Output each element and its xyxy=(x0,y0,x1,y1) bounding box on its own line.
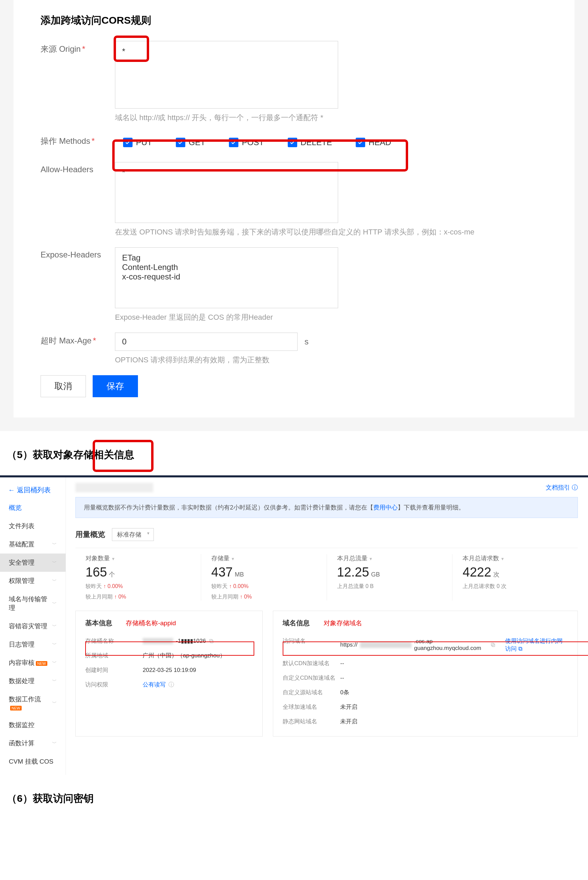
basic-info-red-label: 存储桶名称-appid xyxy=(126,620,176,627)
check-icon xyxy=(123,138,132,147)
info-row: 自定义CDN加速域名-- xyxy=(283,671,568,685)
chevron-down-icon: ﹀ xyxy=(52,578,57,584)
hint-origin: 域名以 http://或 https:// 开头，每行一个，一行最多一个通配符 … xyxy=(115,113,548,123)
domain-info-red-label: 对象存储域名 xyxy=(324,620,362,627)
chevron-down-icon: ﹀ xyxy=(52,660,57,666)
sidebar-item[interactable]: 域名与传输管理﹀ xyxy=(0,590,66,617)
storage-type-select[interactable]: 标准存储 xyxy=(112,528,154,541)
row-allow-headers: Allow-Headers * 在发送 OPTIONS 请求时告知服务端，接下来… xyxy=(40,162,548,237)
sidebar-item[interactable]: CVM 挂载 COS xyxy=(0,752,66,771)
input-origin[interactable]: * xyxy=(115,41,338,108)
save-button[interactable]: 保存 xyxy=(93,375,138,397)
section-6-heading: （6）获取访问密钥 xyxy=(7,792,581,806)
info-row: 全球加速域名未开启 xyxy=(283,699,568,714)
usage-overview-title: 用量概览 xyxy=(75,530,105,540)
input-allow-headers[interactable]: * xyxy=(115,162,338,223)
info-row: 存储桶名称-1▮▮▮▮1026 xyxy=(85,634,253,648)
back-to-buckets[interactable]: ← 返回桶列表 xyxy=(0,481,66,499)
checkbox-head[interactable]: HEAD xyxy=(356,138,391,147)
console-panel: ← 返回桶列表 概览文件列表基础配置﹀安全管理﹀权限管理﹀域名与传输管理﹀容错容… xyxy=(0,475,588,775)
domain-info-card: 域名信息 对象存储域名 访问域名https://.cos.ap-guangzho… xyxy=(273,611,578,737)
input-expose-headers[interactable]: ETag Content-Length x-cos-request-id xyxy=(115,247,338,308)
chevron-down-icon: ﹀ xyxy=(52,641,57,648)
copy-icon[interactable] xyxy=(208,638,214,644)
chevron-down-icon: ﹀ xyxy=(52,560,57,566)
sidebar-item[interactable]: 函数计算﹀ xyxy=(0,734,66,752)
chevron-down-icon: ﹀ xyxy=(52,740,57,746)
info-row: 创建时间2022-03-25 10:19:09 xyxy=(85,663,253,677)
label-origin: 来源 Origin* xyxy=(40,41,115,54)
svg-rect-0 xyxy=(210,640,213,643)
domain-info-title: 域名信息 xyxy=(283,618,310,627)
section-5-heading: （5）获取对象存储相关信息 xyxy=(7,448,581,462)
hint-max-age: OPTIONS 请求得到结果的有效期，需为正整数 xyxy=(115,355,548,365)
sidebar-item[interactable]: 数据工作流NEW﹀ xyxy=(0,690,66,716)
chevron-down-icon: ﹀ xyxy=(52,700,57,706)
svg-rect-3 xyxy=(491,643,494,646)
chevron-down-icon: ﹀ xyxy=(52,600,57,607)
sidebar-item[interactable]: 数据监控 xyxy=(0,716,66,734)
label-expose-headers: Expose-Headers xyxy=(40,247,115,260)
info-banner: 用量概览数据不作为计费计量数据，非实时数据（约有2小时延迟）仅供参考。如需计费计… xyxy=(75,497,578,518)
chevron-down-icon: ﹀ xyxy=(52,678,57,684)
chevron-down-icon: ﹀ xyxy=(52,542,57,548)
check-icon xyxy=(229,138,238,147)
label-allow-headers: Allow-Headers xyxy=(40,162,115,174)
unit-max-age: s xyxy=(304,337,308,346)
stat-cell: 存储量▼437MB较昨天 ↑ 0.00%较上月同期 ↑ 0% xyxy=(201,554,327,600)
stat-cell: 本月总流量▼12.25GB上月总流量 0 B xyxy=(327,554,453,600)
row-origin: 来源 Origin* * 域名以 http://或 https:// 开头，每行… xyxy=(40,41,548,123)
sidebar-item[interactable]: 概览 xyxy=(0,499,66,517)
check-icon xyxy=(176,138,185,147)
checkbox-get[interactable]: GET xyxy=(176,138,205,147)
sidebar-item[interactable]: 日志管理﹀ xyxy=(0,635,66,654)
row-max-age: 超时 Max-Age* 0 s OPTIONS 请求得到结果的有效期，需为正整数 xyxy=(40,332,548,365)
label-max-age: 超时 Max-Age* xyxy=(40,332,115,346)
sidebar-item[interactable]: 文件列表 xyxy=(0,517,66,535)
cors-form-panel: 添加跨域访问CORS规则 来源 Origin* * 域名以 http://或 h… xyxy=(14,0,574,418)
stat-cell: 本月总请求数▼4222次上月总请求数 0 次 xyxy=(452,554,578,600)
sidebar-item[interactable]: 权限管理﹀ xyxy=(0,572,66,590)
hint-allow-headers: 在发送 OPTIONS 请求时告知服务端，接下来的请求可以使用哪些自定义的 HT… xyxy=(115,227,548,237)
basic-info-title: 基本信息 xyxy=(85,618,112,627)
info-row: 访问域名https://.cos.ap-guangzhou.myqcloud.c… xyxy=(283,634,568,656)
sidebar: ← 返回桶列表 概览文件列表基础配置﹀安全管理﹀权限管理﹀域名与传输管理﹀容错容… xyxy=(0,477,66,775)
sidebar-item[interactable]: 安全管理﹀ xyxy=(0,554,66,572)
input-max-age[interactable]: 0 xyxy=(115,332,297,351)
info-icon: ⓘ xyxy=(168,681,174,689)
info-row: 默认CDN加速域名-- xyxy=(283,656,568,671)
basic-info-card: 基本信息 存储桶名称-appid 存储桶名称-1▮▮▮▮1026所属地域广州（中… xyxy=(75,611,263,737)
cancel-button[interactable]: 取消 xyxy=(40,375,86,397)
sidebar-item[interactable]: 容错容灾管理﹀ xyxy=(0,617,66,635)
bucket-name-redacted xyxy=(75,483,153,492)
cors-title: 添加跨域访问CORS规则 xyxy=(40,14,548,27)
billing-center-link[interactable]: 费用中心 xyxy=(373,504,398,511)
doc-guide-link[interactable]: 文档指引 ⓘ xyxy=(546,483,588,492)
label-methods: 操作 Methods* xyxy=(40,133,115,146)
info-row: 静态网站域名未开启 xyxy=(283,714,568,729)
checkbox-delete[interactable]: DELETE xyxy=(288,138,332,147)
row-expose-headers: Expose-Headers ETag Content-Length x-cos… xyxy=(40,247,548,322)
sidebar-item[interactable]: 数据处理﹀ xyxy=(0,672,66,690)
info-row: 访问权限公有读写 ⓘ xyxy=(85,677,253,692)
check-icon xyxy=(356,138,365,147)
copy-icon[interactable] xyxy=(490,642,496,648)
checkbox-put[interactable]: PUT xyxy=(123,138,152,147)
checkbox-post[interactable]: POST xyxy=(229,138,264,147)
chevron-down-icon: ﹀ xyxy=(52,623,57,629)
permission-link[interactable]: 公有读写 xyxy=(143,681,166,689)
svg-rect-2 xyxy=(492,644,495,647)
sidebar-item[interactable]: 内容审核NEW﹀ xyxy=(0,654,66,672)
info-row: 所属地域广州（中国）（ap-guangzhou） xyxy=(85,648,253,663)
svg-rect-1 xyxy=(210,639,212,642)
hint-expose-headers: Expose-Header 里返回的是 COS 的常用Header xyxy=(115,312,548,322)
sidebar-item[interactable]: 基础配置﹀ xyxy=(0,535,66,554)
stat-cell: 对象数量▼165个较昨天 ↑ 0.00%较上月同期 ↑ 0% xyxy=(75,554,201,600)
check-icon xyxy=(288,138,297,147)
row-methods: 操作 Methods* PUTGETPOSTDELETEHEAD xyxy=(40,133,548,152)
intranet-access-link[interactable]: 使用访问域名进行内网访问 ⧉ xyxy=(505,637,568,653)
info-row: 自定义源站域名0条 xyxy=(283,685,568,699)
